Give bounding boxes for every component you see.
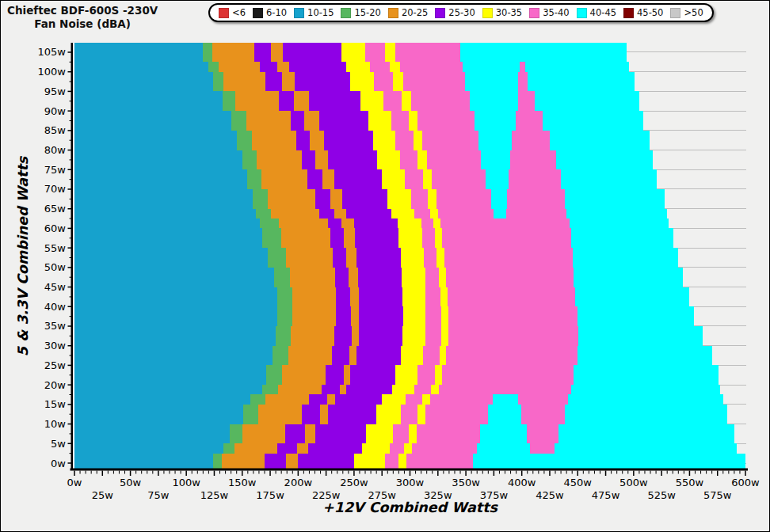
band-segment — [470, 101, 518, 111]
band-segment — [432, 169, 486, 179]
band-segment — [74, 414, 243, 424]
band-segment — [243, 405, 258, 414]
band-segment — [518, 394, 567, 404]
band-segment — [330, 189, 343, 199]
band-segment — [398, 228, 422, 238]
band-segment — [382, 180, 406, 189]
band-segment — [290, 277, 335, 287]
band-segment — [393, 72, 403, 82]
x-tick-label: 300w — [396, 477, 425, 488]
band-segment — [417, 375, 434, 385]
band-segment — [528, 82, 634, 91]
band-segment — [223, 101, 235, 111]
band-segment — [510, 150, 556, 160]
band-segment — [74, 454, 213, 463]
band-segment — [366, 434, 393, 443]
band-segment — [271, 43, 282, 52]
band-segment — [414, 140, 422, 150]
band-segment — [74, 169, 247, 179]
y-tick-label: 30w — [44, 340, 67, 352]
y-axis-title: 5 & 3.3V Combined Watts — [15, 138, 31, 375]
band-segment — [425, 317, 441, 326]
band-segment — [326, 365, 344, 374]
band-segment — [74, 336, 276, 345]
band-segment — [494, 209, 506, 218]
band-segment — [74, 385, 262, 394]
band-segment — [417, 160, 426, 169]
band-segment — [356, 346, 401, 355]
band-segment — [387, 189, 411, 199]
band-segment — [512, 131, 550, 140]
band-segment — [578, 355, 713, 365]
band-segment — [335, 277, 349, 287]
band-segment — [440, 297, 447, 306]
band-segment — [342, 199, 387, 208]
band-segment — [578, 346, 713, 355]
band-segment — [304, 111, 319, 120]
band-segment — [409, 434, 417, 443]
x-axis-line — [71, 469, 749, 471]
band-segment — [268, 199, 314, 208]
band-segment — [436, 189, 491, 199]
band-segment — [358, 268, 402, 277]
band-segment — [266, 365, 282, 374]
band-segment — [398, 238, 422, 248]
band-segment — [403, 82, 465, 91]
band-segment — [231, 111, 246, 120]
band-segment — [558, 434, 734, 443]
band-segment — [385, 463, 398, 469]
band-segment — [219, 62, 260, 71]
band-segment — [475, 111, 516, 120]
band-segment — [350, 375, 395, 385]
band-segment — [401, 346, 423, 355]
band-segment — [346, 385, 392, 394]
band-segment — [242, 160, 257, 169]
band-segment — [346, 209, 391, 218]
band-segment — [246, 120, 291, 130]
band-segment — [395, 52, 460, 62]
x-tick-label: 150w — [228, 477, 257, 488]
band-segment — [478, 140, 512, 150]
band-segment — [261, 169, 307, 179]
band-segment — [402, 326, 425, 336]
band-segment — [391, 120, 410, 130]
band-segment — [74, 405, 243, 414]
band-segment — [266, 375, 282, 385]
band-segment — [406, 463, 472, 469]
band-segment — [436, 257, 444, 267]
band-segment — [402, 336, 425, 345]
band-segment — [442, 365, 574, 374]
band-segment — [278, 385, 322, 394]
band-segment — [491, 199, 507, 208]
band-segment — [265, 394, 309, 404]
band-segment — [368, 111, 391, 120]
y-tick-label: 15w — [44, 398, 67, 410]
band-segment — [423, 346, 440, 355]
band-segment — [324, 131, 373, 140]
band-segment — [441, 326, 448, 336]
x-tick-label: 250w — [340, 477, 368, 488]
y-tick-label: 45w — [44, 281, 67, 293]
band-segment — [74, 375, 266, 385]
band-segment — [441, 317, 448, 326]
y-tick-label: 20w — [44, 379, 67, 391]
band-segment — [286, 248, 333, 257]
band-segment — [74, 111, 231, 120]
band-segment — [302, 160, 316, 169]
band-segment — [359, 336, 403, 345]
band-segment — [350, 82, 374, 91]
band-segment — [336, 306, 352, 316]
band-segment — [409, 424, 417, 434]
band-segment — [430, 394, 493, 404]
band-segment — [402, 287, 425, 297]
band-segment — [423, 355, 440, 365]
band-segment — [268, 248, 286, 257]
band-segment — [257, 150, 301, 160]
band-segment — [440, 287, 447, 297]
band-segment — [448, 306, 578, 316]
band-segment — [403, 306, 425, 316]
band-segment — [268, 257, 286, 267]
band-segment — [400, 62, 463, 71]
band-segment — [491, 189, 507, 199]
band-segment — [377, 160, 400, 169]
